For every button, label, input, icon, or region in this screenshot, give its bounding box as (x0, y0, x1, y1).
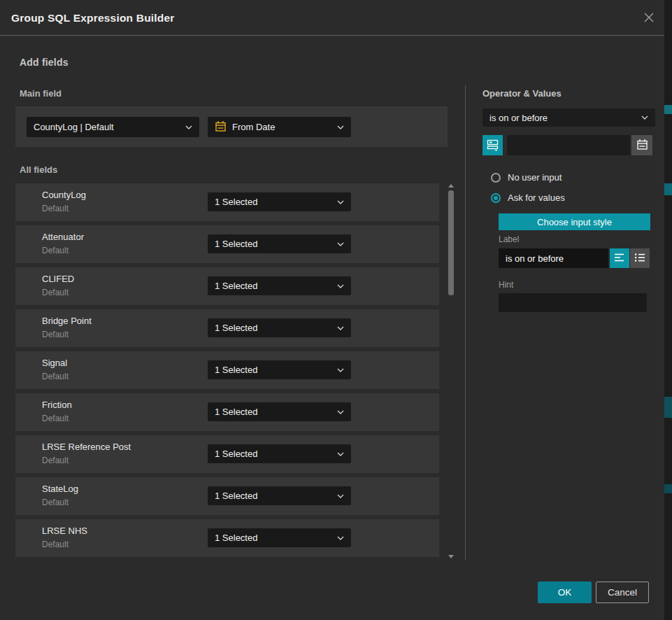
ok-button[interactable]: OK (538, 582, 592, 603)
field-sublabel: Default (42, 372, 69, 381)
close-button[interactable] (639, 8, 659, 28)
value-type-button[interactable] (482, 135, 503, 155)
field-values-select[interactable]: 1 Selected (208, 486, 351, 505)
radio-ask-for-values-label: Ask for values (508, 192, 565, 203)
field-sublabel: Default (42, 246, 69, 255)
backdrop-fragment (664, 397, 672, 418)
chevron-down-icon (641, 115, 648, 120)
chevron-down-icon (337, 494, 344, 498)
field-row: Friction Default 1 Selected (15, 393, 439, 431)
radio-no-user-input[interactable]: No user input (484, 172, 562, 183)
chevron-down-icon (337, 326, 344, 330)
layer-select[interactable]: CountyLog | Default (27, 117, 199, 137)
field-row: Bridge Point Default 1 Selected (15, 309, 439, 347)
field-values-select[interactable]: 1 Selected (208, 276, 351, 295)
main-field-select[interactable]: From Date (208, 117, 351, 137)
field-row: LRSE Reference Post Default 1 Selected (15, 435, 439, 473)
field-sublabel: Default (42, 288, 69, 297)
field-row: Signal Default 1 Selected (15, 351, 439, 389)
single-input-style-icon (614, 253, 625, 265)
field-sublabel: Default (42, 498, 69, 507)
calendar-icon (636, 139, 648, 153)
field-values-select[interactable]: 1 Selected (208, 402, 351, 421)
operator-values-heading: Operator & Values (482, 88, 562, 99)
field-name: StateLog (42, 484, 78, 494)
radio-checked-icon (491, 193, 501, 203)
field-values-select-value: 1 Selected (215, 533, 333, 543)
field-row: StateLog Default 1 Selected (15, 477, 439, 515)
field-sublabel: Default (42, 414, 69, 423)
scrollbar-up-arrow[interactable] (448, 184, 454, 188)
chevron-down-icon (337, 410, 344, 414)
field-values-select-value: 1 Selected (215, 365, 333, 375)
chevron-down-icon (337, 536, 344, 540)
backdrop-fragment (664, 105, 672, 114)
hint-input[interactable] (499, 293, 647, 312)
field-sublabel: Default (42, 330, 69, 339)
field-values-select[interactable]: 1 Selected (208, 444, 351, 463)
list-style-button[interactable] (630, 248, 650, 268)
radio-no-user-input-label: No user input (508, 172, 562, 183)
single-input-style-button[interactable] (610, 248, 629, 268)
add-fields-heading: Add fields (20, 57, 69, 68)
field-row: CLIFED Default 1 Selected (15, 267, 439, 305)
field-row: CountyLog Default 1 Selected (15, 183, 439, 221)
field-values-select-value: 1 Selected (215, 239, 333, 249)
field-sublabel: Default (42, 204, 69, 213)
field-row: LRSE NHS Default 1 Selected (15, 519, 439, 557)
main-field-panel: CountyLog | Default From Date (15, 106, 448, 147)
field-values-select-value: 1 Selected (215, 281, 333, 291)
operator-select-value: is on or before (489, 113, 637, 123)
chevron-down-icon (185, 125, 192, 129)
dialog-titlebar: Group SQL Expression Builder (0, 0, 664, 36)
hint-label: Hint (499, 280, 513, 290)
field-values-select-value: 1 Selected (215, 491, 333, 501)
field-values-select[interactable]: 1 Selected (208, 192, 351, 211)
field-values-select-value: 1 Selected (215, 197, 333, 207)
app-background: Group SQL Expression Builder Add fields … (0, 0, 672, 620)
field-values-select[interactable]: 1 Selected (208, 318, 351, 337)
chevron-down-icon (337, 452, 344, 456)
chevron-down-icon (337, 284, 344, 288)
list-style-icon (634, 253, 645, 265)
dialog-title: Group SQL Expression Builder (11, 0, 175, 36)
chevron-down-icon (337, 125, 344, 129)
layer-select-value: CountyLog | Default (34, 122, 181, 132)
field-name: CLIFED (42, 274, 74, 284)
scrollbar-thumb[interactable] (448, 190, 454, 295)
field-values-select[interactable]: 1 Selected (208, 528, 351, 547)
scrollbar-down-arrow[interactable] (448, 555, 454, 558)
value-calendar-button[interactable] (631, 135, 652, 155)
field-name: Signal (42, 358, 67, 368)
radio-icon (491, 173, 501, 183)
field-values-select-value: 1 Selected (215, 323, 333, 333)
choose-input-style-button[interactable]: Choose input style (499, 213, 650, 230)
main-field-select-value: From Date (232, 122, 333, 132)
field-values-select-value: 1 Selected (215, 407, 333, 417)
value-type-icon (486, 138, 499, 153)
calendar-icon (215, 120, 227, 134)
all-fields-list: CountyLog Default 1 Selected Attenuator … (15, 183, 439, 561)
group-sql-expression-builder-dialog: Group SQL Expression Builder Add fields … (0, 0, 664, 620)
field-sublabel: Default (42, 456, 69, 465)
field-name: LRSE NHS (42, 526, 87, 536)
field-values-select-value: 1 Selected (215, 449, 333, 459)
field-name: Friction (42, 400, 72, 410)
field-name: LRSE Reference Post (42, 442, 131, 452)
operator-select[interactable]: is on or before (482, 108, 655, 127)
cancel-button[interactable]: Cancel (596, 582, 649, 603)
all-fields-heading: All fields (20, 164, 57, 175)
field-values-select[interactable]: 1 Selected (208, 234, 351, 253)
field-name: Bridge Point (42, 316, 92, 326)
label-input[interactable] (499, 248, 608, 268)
backdrop-fragment (664, 183, 672, 195)
chevron-down-icon (337, 368, 344, 372)
field-values-select[interactable]: 1 Selected (208, 360, 351, 379)
chevron-down-icon (337, 242, 344, 246)
label-label: Label (499, 234, 519, 244)
value-input[interactable] (507, 135, 630, 155)
chevron-down-icon (337, 200, 344, 204)
backdrop-fragment (664, 484, 672, 493)
radio-ask-for-values[interactable]: Ask for values (484, 192, 565, 203)
panel-divider (465, 85, 466, 560)
